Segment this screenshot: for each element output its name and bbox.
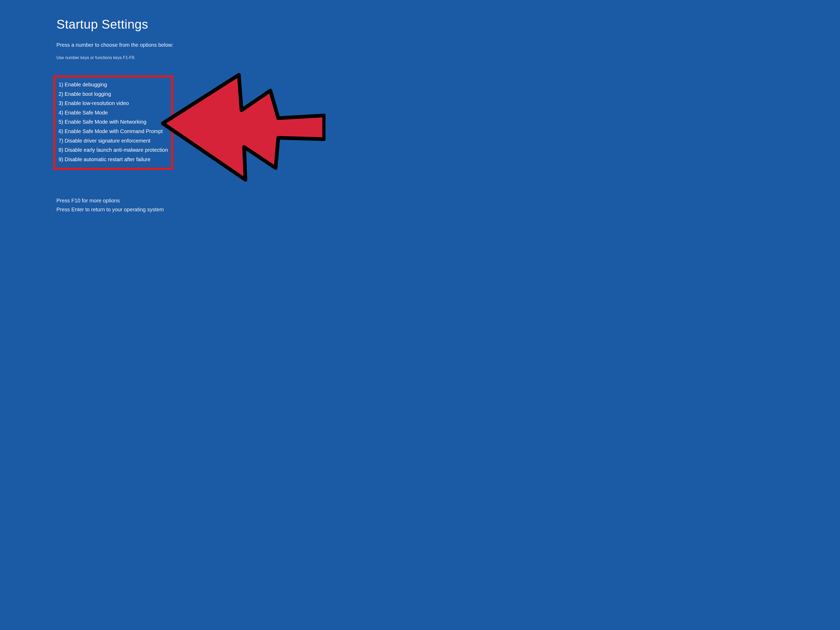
- option-7-disable-driver-signature[interactable]: 7) Disable driver signature enforcement: [56, 136, 168, 146]
- option-9-disable-auto-restart[interactable]: 9) Disable automatic restart after failu…: [56, 155, 168, 164]
- footer-instructions: Press F10 for more options Press Enter t…: [57, 196, 336, 214]
- option-4-enable-safe-mode[interactable]: 4) Enable Safe Mode: [56, 108, 168, 118]
- option-5-enable-safe-mode-networking[interactable]: 5) Enable Safe Mode with Networking: [56, 117, 168, 127]
- footer-return-text: Press Enter to return to your operating …: [57, 205, 336, 214]
- footer-more-options: Press F10 for more options: [57, 196, 336, 205]
- key-hint-text: Use number keys or functions keys F1-F9.: [57, 55, 336, 60]
- option-6-enable-safe-mode-cmd[interactable]: 6) Enable Safe Mode with Command Prompt: [56, 127, 168, 136]
- option-1-enable-debugging[interactable]: 1) Enable debugging: [56, 80, 168, 90]
- option-8-disable-anti-malware[interactable]: 8) Disable early launch anti-malware pro…: [56, 145, 168, 155]
- startup-settings-screen: Startup Settings Press a number to choos…: [0, 0, 336, 214]
- page-title: Startup Settings: [57, 17, 336, 32]
- option-2-enable-boot-logging[interactable]: 2) Enable boot logging: [56, 90, 168, 99]
- option-3-enable-low-resolution-video[interactable]: 3) Enable low-resolution video: [56, 99, 168, 108]
- options-highlight-box: 1) Enable debugging 2) Enable boot loggi…: [53, 75, 173, 170]
- instruction-text: Press a number to choose from the option…: [57, 42, 336, 48]
